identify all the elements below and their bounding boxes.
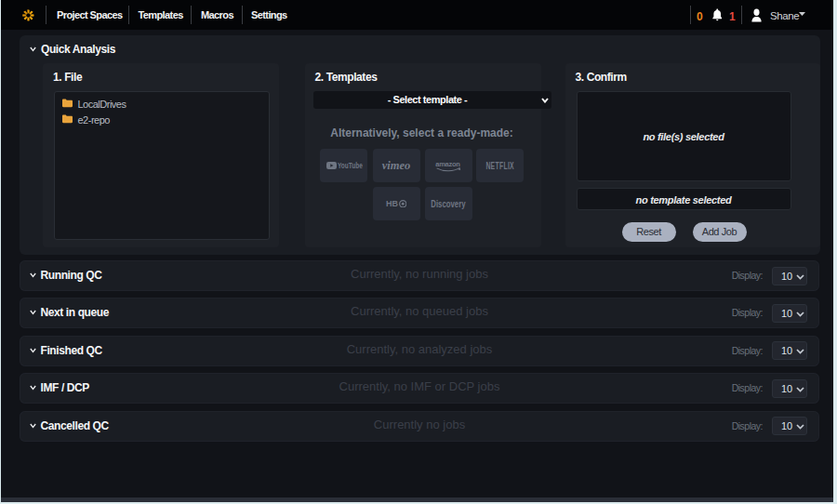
- svg-text:amazon: amazon: [435, 160, 460, 168]
